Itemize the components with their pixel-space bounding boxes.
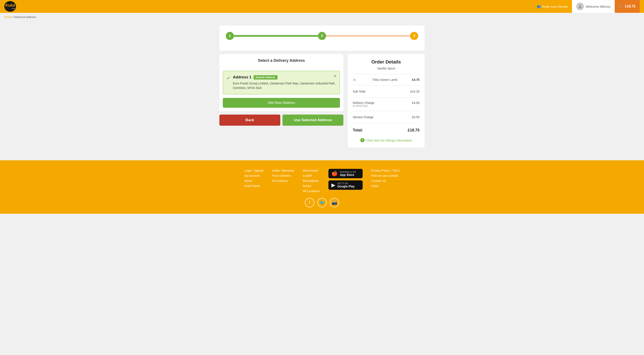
- refer-friends-link[interactable]: 👥 Refer your friends: [532, 4, 572, 8]
- svg-point-0: [579, 5, 581, 6]
- footer-link-birmingham[interactable]: Birmingham: [303, 179, 320, 183]
- google-play-small: GET IT ON: [338, 182, 355, 185]
- right-col: Order Details Vanilla Spice 3x Tikka Sta…: [348, 54, 425, 147]
- service-charge-row: Service Charge £0.50: [353, 114, 420, 121]
- select-address-card: Select a Delivery Address ✓ Address 1 De…: [219, 54, 344, 111]
- breadcrumb: Home / checkout-address: [0, 13, 644, 21]
- footer-link-faqs[interactable]: FAQs: [371, 184, 400, 188]
- footer-links: Login / Signup My Account About Kukd Poi…: [4, 169, 640, 193]
- footer-col-4: Privacy Policy / T&Cs How we use cookies…: [371, 169, 400, 193]
- total-value: £18.75: [408, 128, 420, 132]
- footer-link-kukdpoints[interactable]: Kukd Points: [244, 184, 264, 188]
- apple-icon: 🍎: [332, 171, 338, 177]
- refer-icon: 👥: [537, 4, 541, 8]
- address-item-1[interactable]: ✓ Address 1 Default Address Euro Foods G…: [223, 71, 340, 94]
- service-value: £0.50: [412, 115, 420, 119]
- item-qty: 3x: [353, 78, 356, 81]
- footer-link-login[interactable]: Login / Signup: [244, 169, 264, 172]
- app-store-button[interactable]: 🍎 Download on the App Store: [328, 169, 362, 178]
- progress-bar: 1 2 3: [219, 25, 425, 46]
- footer-col-2: Indian Takeaway Pizza Delivery All Cuisi…: [272, 169, 294, 193]
- step-spacer-1: [234, 35, 318, 37]
- footer-link-account[interactable]: My Account: [244, 174, 264, 177]
- default-badge: Default Address: [254, 75, 278, 79]
- google-play-big: Google Play: [338, 185, 355, 188]
- order-title: Order Details: [353, 59, 420, 65]
- item-name: Tikka Starter Lamb: [358, 78, 412, 81]
- facebook-icon[interactable]: f: [305, 198, 314, 207]
- header: Kukd .com 👥 Refer your friends Welcome A…: [0, 0, 644, 13]
- subtotal-row: Sub Total £14.25: [353, 88, 420, 95]
- two-col-layout: Select a Delivery Address ✓ Address 1 De…: [219, 54, 425, 147]
- user-section[interactable]: Welcome Alfonso: [572, 0, 615, 13]
- progress-bar-card: 1 2 3: [219, 25, 425, 51]
- footer-link-alllocations[interactable]: All Locations: [303, 189, 320, 193]
- breadcrumb-home[interactable]: Home: [4, 15, 12, 18]
- allergy-link[interactable]: i Click here for Allergy information: [353, 138, 420, 142]
- cart-total: £18.75: [625, 4, 636, 8]
- footer-link-manchester[interactable]: Manchester: [303, 169, 320, 172]
- step-2-circle: 2: [318, 32, 326, 40]
- breadcrumb-separator: /: [12, 15, 14, 18]
- google-play-button[interactable]: ▶ GET IT ON Google Play: [328, 180, 362, 190]
- step-3-circle: 3: [410, 32, 418, 40]
- action-buttons: Back Use Selected Address: [219, 115, 344, 126]
- address-name-row: Address 1 Default Address: [233, 75, 336, 79]
- footer-col-1: Login / Signup My Account About Kukd Poi…: [244, 169, 264, 193]
- edit-icon[interactable]: ✎: [334, 74, 336, 78]
- add-new-address-button[interactable]: Add New Address: [223, 98, 340, 108]
- use-selected-address-button[interactable]: Use Selected Address: [282, 115, 344, 126]
- delivery-note: to NP44 3GA: [353, 104, 420, 107]
- footer-link-bristol[interactable]: Bristol: [303, 184, 320, 188]
- footer: Login / Signup My Account About Kukd Poi…: [0, 160, 644, 214]
- cart-icon: 🛒: [619, 4, 623, 8]
- select-address-title: Select a Delivery Address: [258, 58, 305, 63]
- footer-link-about[interactable]: About: [244, 179, 264, 183]
- refer-label: Refer your friends: [542, 5, 568, 8]
- check-icon: ✓: [227, 75, 230, 81]
- service-label: Service Charge: [353, 115, 374, 119]
- google-play-icon: ▶: [332, 182, 335, 188]
- subtotal-value: £14.25: [410, 90, 420, 93]
- footer-link-cardiff[interactable]: Cardiff: [303, 174, 320, 177]
- steps-wrapper: 1 2 3: [226, 32, 418, 40]
- app-store-big: App Store: [340, 173, 356, 177]
- app-store-text: Download on the App Store: [340, 171, 356, 177]
- footer-link-cuisines[interactable]: All Cuisines: [272, 179, 294, 183]
- address-content: Address 1 Default Address Euro Foods Gro…: [233, 75, 336, 90]
- footer-link-contact[interactable]: Contact Us: [371, 179, 400, 183]
- cart-section[interactable]: 🛒 £18.75: [615, 0, 640, 13]
- allergy-text: Click here for Allergy information: [366, 138, 412, 142]
- app-store-small: Download on the: [340, 171, 356, 173]
- order-details-card: Order Details Vanilla Spice 3x Tikka Sta…: [348, 54, 425, 147]
- left-col: Select a Delivery Address ✓ Address 1 De…: [219, 54, 344, 126]
- instagram-icon[interactable]: 📷: [330, 198, 339, 207]
- twitter-icon[interactable]: 🐦: [317, 198, 327, 207]
- breadcrumb-current: checkout-address: [14, 15, 36, 18]
- footer-link-pizza[interactable]: Pizza Delivery: [272, 174, 294, 177]
- info-icon: i: [360, 138, 364, 142]
- total-row: Total: £18.75: [353, 126, 420, 135]
- back-button[interactable]: Back: [219, 115, 280, 126]
- delivery-value: £4.00: [412, 101, 420, 104]
- address-text: Euro Foods Group Limited, Llantarnam Par…: [233, 81, 336, 90]
- subtotal-label: Sub Total: [353, 90, 365, 93]
- logo[interactable]: Kukd .com: [4, 1, 16, 12]
- footer-link-cookies[interactable]: How we use cookies: [371, 174, 400, 177]
- header-right: 👥 Refer your friends Welcome Alfonso 🛒 £…: [532, 0, 640, 13]
- logo-text: Kukd: [5, 3, 15, 7]
- total-label: Total:: [353, 128, 363, 132]
- delivery-section: Delivery Charge £4.00 to NP44 3GA: [353, 100, 420, 108]
- avatar: [576, 2, 584, 10]
- footer-link-privacy[interactable]: Privacy Policy / T&Cs: [371, 169, 400, 172]
- step-spacer-2: [326, 35, 410, 37]
- welcome-label: Welcome Alfonso: [586, 5, 610, 8]
- step-1-circle: 1: [226, 32, 234, 40]
- item-price: £4.75: [412, 78, 420, 81]
- footer-app-buttons: 🍎 Download on the App Store ▶ GET IT ON …: [328, 169, 362, 193]
- main-content: 1 2 3 Sele: [215, 21, 429, 152]
- footer-link-indian[interactable]: Indian Takeaway: [272, 169, 294, 172]
- delivery-row: Delivery Charge £4.00: [353, 101, 420, 104]
- order-item-row: 3x Tikka Starter Lamb £4.75: [353, 77, 420, 83]
- address-name: Address 1: [233, 75, 252, 79]
